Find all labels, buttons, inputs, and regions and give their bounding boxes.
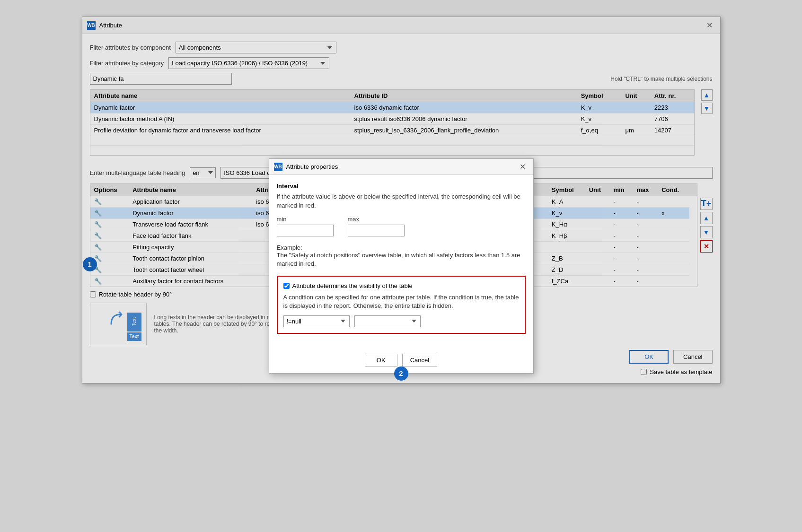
max-group: max (348, 216, 405, 236)
example-section: Example: The "Safety at notch positions"… (277, 244, 526, 268)
dialog-close-button[interactable]: ✕ (517, 161, 529, 172)
condition-description: A condition can be specified for one att… (283, 293, 519, 310)
interval-description: If the attribute value is above or below… (277, 192, 526, 209)
condition-checkbox-row: Attribute determines the visibility of t… (283, 282, 519, 289)
dialog-title-bar: WB Attribute properties ✕ (269, 159, 533, 175)
dialog-ok-button[interactable]: OK (365, 354, 397, 366)
dialog-title: Attribute properties (286, 163, 338, 170)
condition-operator-select[interactable]: !=null =null > < >= <= = (283, 315, 350, 327)
min-label: min (277, 216, 334, 223)
min-group: min (277, 216, 334, 236)
dialog-overlay: 2 WB Attribute properties ✕ Interval If … (0, 0, 802, 532)
max-input[interactable] (348, 225, 405, 236)
max-label: max (348, 216, 405, 223)
example-text: The "Safety at notch positions" overview… (277, 251, 526, 268)
circle-number-2: 2 (394, 366, 408, 381)
condition-value-select[interactable] (354, 315, 421, 327)
interval-section-title: Interval (277, 183, 526, 190)
dialog-cancel-button[interactable]: Cancel (402, 354, 437, 366)
condition-checkbox-label: Attribute determines the visibility of t… (292, 282, 413, 289)
min-max-row: min max (277, 216, 526, 236)
example-title: Example: (277, 244, 302, 251)
condition-checkbox[interactable] (283, 283, 290, 289)
dialog-wb-icon: WB (274, 163, 282, 171)
min-input[interactable] (277, 225, 334, 236)
attribute-properties-dialog: WB Attribute properties ✕ Interval If th… (269, 158, 534, 373)
condition-box: Attribute determines the visibility of t… (277, 276, 526, 333)
condition-selects-row: !=null =null > < >= <= = (283, 315, 519, 327)
